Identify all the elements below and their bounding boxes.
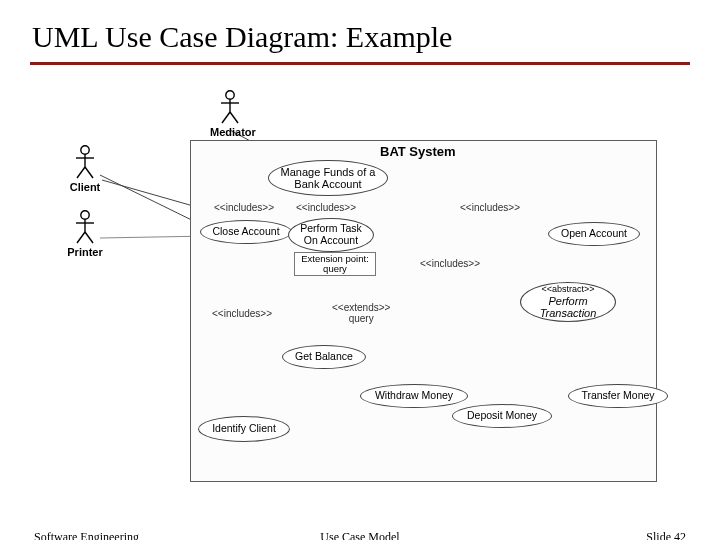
- includes-label: <<includes>>: [296, 202, 356, 213]
- svg-line-29: [85, 232, 93, 243]
- usecase-perform-transaction: <<abstract>> PerformTransaction: [520, 282, 616, 322]
- system-label: BAT System: [380, 144, 456, 159]
- usecase-deposit-money: Deposit Money: [452, 404, 552, 428]
- usecase-manage-funds: Manage Funds of aBank Account: [268, 160, 388, 196]
- usecase-label: PerformTransaction: [540, 295, 597, 319]
- includes-label: <<includes>>: [420, 258, 480, 269]
- usecase-perform-task: Perform TaskOn Account: [288, 218, 374, 252]
- svg-point-15: [226, 91, 234, 99]
- usecase-label: Open Account: [561, 228, 627, 240]
- usecase-close-account: Close Account: [200, 220, 292, 244]
- slide: UML Use Case Diagram: Example: [0, 0, 720, 540]
- svg-line-18: [222, 112, 230, 123]
- extends-label: <<extends>>query: [332, 302, 390, 324]
- actor-client: Client: [65, 145, 105, 193]
- usecase-label: Identify Client: [212, 423, 276, 435]
- usecase-label: Withdraw Money: [375, 390, 453, 402]
- usecase-label: Perform TaskOn Account: [300, 223, 362, 246]
- extension-point: Extension point:query: [294, 252, 376, 276]
- use-case-diagram: BAT System Mediator Client: [60, 90, 660, 480]
- includes-label: <<includes>>: [214, 202, 274, 213]
- actor-label: Client: [65, 181, 105, 193]
- usecase-label: Transfer Money: [581, 390, 654, 402]
- actor-icon: [74, 145, 96, 179]
- usecase-identify-client: Identify Client: [198, 416, 290, 442]
- actor-icon: [219, 90, 241, 124]
- usecase-withdraw-money: Withdraw Money: [360, 384, 468, 408]
- svg-line-23: [77, 167, 85, 178]
- svg-point-20: [81, 146, 89, 154]
- usecase-label: Get Balance: [295, 351, 353, 363]
- actor-printer: Printer: [65, 210, 105, 258]
- includes-label: <<includes>>: [212, 308, 272, 319]
- usecase-label: Deposit Money: [467, 410, 537, 422]
- footer-right: Slide 42: [646, 530, 686, 540]
- actor-label: Printer: [65, 246, 105, 258]
- svg-line-24: [85, 167, 93, 178]
- actor-label: Mediator: [210, 126, 250, 138]
- actor-icon: [74, 210, 96, 244]
- svg-point-25: [81, 211, 89, 219]
- usecase-get-balance: Get Balance: [282, 345, 366, 369]
- usecase-label: Close Account: [212, 226, 279, 238]
- stereotype-label: <<abstract>>: [541, 285, 594, 295]
- actor-mediator: Mediator: [210, 90, 250, 138]
- usecase-label: Manage Funds of aBank Account: [281, 166, 376, 190]
- title-underline: [30, 62, 690, 65]
- usecase-open-account: Open Account: [548, 222, 640, 246]
- svg-line-19: [230, 112, 238, 123]
- usecase-transfer-money: Transfer Money: [568, 384, 668, 408]
- includes-label: <<includes>>: [460, 202, 520, 213]
- svg-line-28: [77, 232, 85, 243]
- page-title: UML Use Case Diagram: Example: [32, 20, 452, 54]
- footer-center: Use Case Model: [0, 530, 720, 540]
